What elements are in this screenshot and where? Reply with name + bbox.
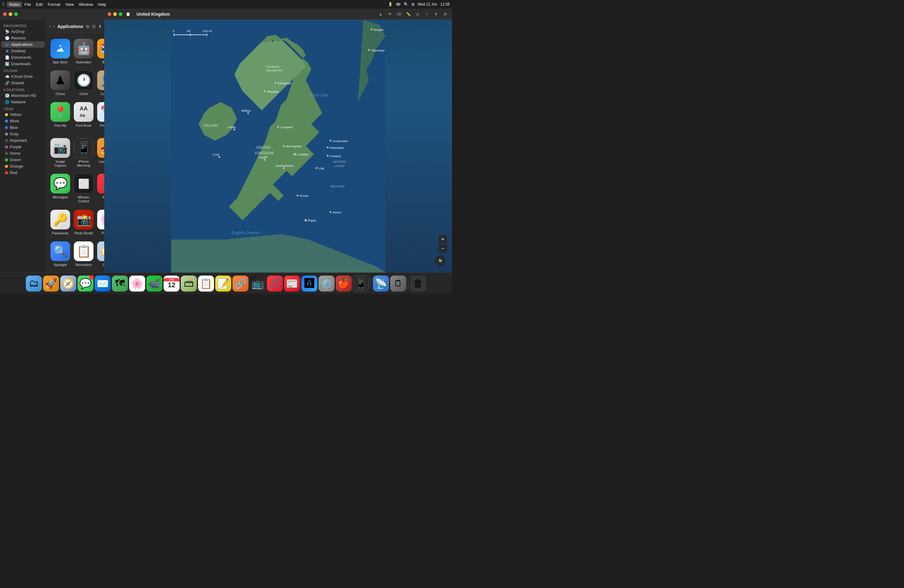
imagecapture-item[interactable]: 📷 Image Capture — [49, 136, 71, 170]
dock-photos[interactable]: 🌸 — [129, 275, 145, 292]
sidebar-tag-home[interactable]: Home — [1, 150, 44, 156]
sidebar-item-shared[interactable]: 🔗 Shared — [1, 80, 44, 86]
sidebar-tag-blue[interactable]: Blue — [1, 124, 44, 131]
dock-finder[interactable]: 🗂 — [26, 275, 42, 292]
spotlight-item[interactable]: 🔍 Spotlight — [49, 239, 71, 269]
freeform-item[interactable]: ✏️ Freeform — [96, 100, 104, 134]
sidebar-tag-gray[interactable]: Gray — [1, 131, 44, 137]
sidebar-tag-important[interactable]: Important — [1, 137, 44, 144]
dock-notes[interactable]: 📝 — [215, 275, 231, 292]
maps-maximize-button[interactable] — [119, 12, 122, 16]
fontbook-item[interactable]: AAAa Font Book — [73, 100, 95, 134]
maps-measure-btn[interactable]: 📏 — [405, 11, 412, 18]
photos-item[interactable]: 🌸 Photos — [96, 207, 104, 238]
sidebar-item-downloads[interactable]: ⬇️ Downloads — [1, 60, 44, 67]
dock-music[interactable]: 🎵 — [267, 275, 283, 292]
menu-view[interactable]: View — [63, 2, 76, 7]
sidebar-tag-orange[interactable]: Orange — [1, 163, 44, 169]
automator-item[interactable]: 🤖 Automator — [73, 36, 95, 67]
chess-item[interactable]: ♟ Chess — [49, 68, 71, 98]
close-button[interactable] — [3, 12, 7, 16]
back-button[interactable]: ‹ — [49, 22, 51, 30]
menu-notes[interactable]: Notes — [7, 2, 22, 7]
dock-calendar[interactable]: JUN 12 — [164, 275, 180, 292]
sidebar-tag-work[interactable]: Work — [1, 118, 44, 124]
contacts-item[interactable]: 👤 Contacts — [96, 68, 104, 98]
sidebar-item-icloud-drive[interactable]: ☁️ iCloud Drive — [1, 73, 44, 80]
maps-minimize-button[interactable] — [113, 12, 117, 16]
map-area[interactable]: English Channel North Sea UNITED KINGDOM… — [104, 20, 452, 272]
reminders-item[interactable]: 📋 Reminders — [73, 239, 95, 269]
sidebar-item-airdrop[interactable]: 📡 AirDrop — [1, 28, 44, 35]
passwords-item[interactable]: 🔑 Passwords — [49, 207, 71, 238]
search-menu-icon[interactable]: 🔍 — [404, 2, 408, 6]
zoom-in-button[interactable]: + — [438, 235, 447, 243]
sidebar-tag-yellow[interactable]: Yellow — [1, 111, 44, 118]
music-item[interactable]: 🎵 Music — [96, 171, 104, 206]
spotlight-label: Spotlight — [54, 263, 67, 267]
sidebar-item-macintosh-hd[interactable]: 💽 Macintosh HD — [1, 92, 44, 99]
dock-messages[interactable]: 💬 2 — [77, 275, 93, 292]
app-store-item[interactable]: App Store — [49, 36, 71, 67]
forward-button[interactable]: › — [53, 22, 55, 30]
main-area: Favourites 📡 AirDrop 🕐 Recents 🗂 Applica… — [0, 9, 452, 272]
sidebar-item-network[interactable]: 🌐 Network — [1, 99, 44, 105]
view-toggle-button[interactable]: ⊞ — [86, 22, 90, 30]
dock-news[interactable]: 📰 — [284, 275, 300, 292]
messages-item[interactable]: 💬 Messages — [49, 171, 71, 206]
menu-help[interactable]: Help — [96, 2, 109, 7]
launchpad-item[interactable]: 🚀 Launchpad — [96, 136, 104, 170]
minimize-button[interactable] — [9, 12, 12, 16]
sidebar-tag-green[interactable]: Green — [1, 156, 44, 163]
dock-facetime[interactable]: 📹 — [146, 275, 162, 292]
safari-item[interactable]: 🧭 Safari — [96, 239, 104, 269]
dock-mail[interactable]: ✉️ — [95, 275, 111, 292]
maximize-button[interactable] — [14, 12, 18, 16]
dock-trash[interactable]: 🗑 — [410, 275, 426, 292]
map-compass[interactable]: N — [435, 255, 446, 266]
sidebar-item-documents[interactable]: 📄 Documents — [1, 54, 44, 60]
menu-edit[interactable]: Edit — [33, 2, 45, 7]
dock-reminders[interactable]: 📋 — [198, 275, 214, 292]
dock-finder2[interactable]: 🗃 — [181, 275, 197, 292]
menu-window[interactable]: Window — [76, 2, 95, 7]
view-options-button[interactable]: ⊟ — [92, 22, 96, 30]
maps-3d-btn[interactable]: 3D — [395, 11, 403, 18]
maps-share-btn[interactable]: ⬆ — [432, 11, 440, 18]
findmy-item[interactable]: 📍 Find My — [49, 100, 71, 134]
dock-launchpad[interactable]: 🚀 — [43, 275, 59, 292]
dock-tv[interactable]: 📺 — [250, 275, 266, 292]
maps-sidebar-toggle[interactable]: 📋 — [124, 11, 131, 18]
dock-appstore[interactable]: 🅰 — [301, 275, 317, 292]
clock-item[interactable]: 🕐 Clock — [73, 68, 95, 98]
photobooth-item[interactable]: 📸 Photo Booth — [73, 207, 95, 238]
dock-mindnode[interactable]: 🔗 — [232, 275, 248, 292]
sidebar-item-desktop[interactable]: 🖥 Desktop — [1, 47, 44, 54]
maps-add-btn[interactable]: + — [423, 11, 430, 18]
share-button[interactable]: ⬆ — [98, 22, 102, 30]
sidebar-item-recents[interactable]: 🕐 Recents — [1, 35, 44, 41]
apple-menu[interactable]:  — [2, 2, 4, 7]
books-item[interactable]: 📚 Books — [96, 36, 104, 67]
dock-screenshot[interactable]: 🗒 — [390, 275, 406, 292]
zoom-out-button[interactable]: − — [438, 244, 447, 253]
maps-look-around-btn[interactable]: 👁 — [386, 11, 394, 18]
maps-close-button[interactable] — [107, 12, 111, 16]
sidebar-item-applications[interactable]: 🗂 Applications — [1, 41, 44, 47]
dock-sysprefs[interactable]: ⚙️ — [319, 275, 335, 292]
dock-iphone-mirroring[interactable]: 📱 — [353, 275, 369, 292]
control-center-icon[interactable]: ⊞ — [411, 2, 414, 6]
dock-maps[interactable]: 🗺 — [112, 275, 128, 292]
maps-location-btn[interactable]: ▲ — [377, 11, 384, 18]
iphone-mirroring-item[interactable]: 📱 iPhone Mirroring — [73, 136, 95, 170]
menu-file[interactable]: File — [22, 2, 33, 7]
sidebar-tag-purple[interactable]: Purple — [1, 144, 44, 150]
dock-airdrop[interactable]: 📡 — [373, 275, 389, 292]
menu-format[interactable]: Format — [45, 2, 63, 7]
sidebar-tag-red[interactable]: Red — [1, 169, 44, 176]
maps-options-btn[interactable]: ⊞ — [441, 11, 449, 18]
dock-safari[interactable]: 🧭 — [60, 275, 76, 292]
maps-track-btn[interactable]: ◎ — [414, 11, 421, 18]
dock-mela[interactable]: 🍎 — [336, 275, 352, 292]
mission-control-item[interactable]: ⬜ Mission Control — [73, 171, 95, 206]
